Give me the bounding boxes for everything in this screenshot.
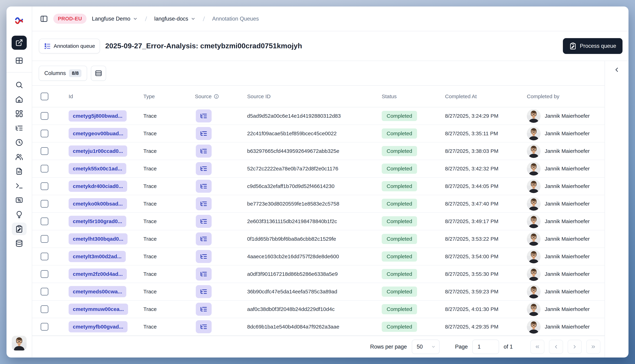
sidebar-item-playground[interactable]	[12, 179, 27, 192]
table-row[interactable]: cmetyl5r100grad0... Trace 2e603f31361115…	[32, 213, 604, 230]
row-id-chip[interactable]: cmetymeds00cwa...	[69, 286, 126, 297]
row-source-id: a0df3f901167218d86b5286e6338a5e9	[247, 271, 382, 277]
row-checkbox[interactable]	[41, 182, 48, 190]
trace-source-icon	[196, 144, 211, 158]
previous-page-button[interactable]	[549, 340, 563, 354]
row-id-chip[interactable]: cmetymmuw00cea...	[69, 304, 128, 315]
row-checkbox[interactable]	[41, 130, 48, 138]
table-row[interactable]: cmetylht300bqad0... Trace 0f1dd65b7bb9bf…	[32, 230, 604, 248]
row-id-chip[interactable]: cmetymyfb00gvad...	[69, 321, 128, 332]
status-badge: Completed	[382, 269, 417, 279]
avatar	[527, 267, 541, 281]
table-row[interactable]: cmetylt3m00d2ad... Trace 4aaece1603cb2e1…	[32, 248, 604, 266]
table-row[interactable]: cmetyg5j800bwad... Trace d5ad9d52a00c6e1…	[32, 107, 604, 125]
table-row[interactable]: cmetyju1r00ccad0... Trace b63297665cfd44…	[32, 142, 604, 160]
user-avatar[interactable]	[12, 336, 27, 350]
row-checkbox[interactable]	[41, 200, 48, 208]
row-source-id: d5ad9d52a00c6e14e1d4192880312d83	[247, 113, 382, 119]
status-badge: Completed	[382, 304, 417, 314]
row-id-chip[interactable]: cmetylht300bqad0...	[69, 233, 128, 244]
table-row[interactable]: cmetymeds00cwa... Trace 36b90cdfc47e5da1…	[32, 283, 604, 300]
sidebar-item-tracing[interactable]	[12, 122, 27, 134]
sidebar-item-search[interactable]	[12, 78, 27, 91]
table-row[interactable]: cmetyk55x00c1ad... Trace 52c72c2222ea78e…	[32, 160, 604, 178]
row-checkbox[interactable]	[41, 147, 48, 155]
row-checkbox[interactable]	[41, 112, 48, 120]
open-external-button[interactable]	[12, 36, 27, 50]
row-checkbox[interactable]	[41, 218, 48, 225]
app-window: PROD-EU Langfuse Demo langfuse-docs Anno…	[7, 6, 628, 358]
dashboard-icon	[15, 110, 23, 118]
table-view-button[interactable]	[12, 54, 27, 67]
row-id-chip[interactable]: cmetylt3m00d2ad...	[69, 251, 126, 262]
row-completed-at: 8/27/2025, 3:53:22 PM	[445, 236, 527, 242]
select-all-checkbox[interactable]	[41, 92, 48, 100]
first-page-button[interactable]	[530, 340, 544, 354]
sidebar-item-datasets[interactable]	[12, 237, 27, 250]
rows-icon	[95, 70, 102, 77]
collapse-panel-button[interactable]	[611, 64, 622, 75]
row-checkbox[interactable]	[41, 165, 48, 172]
table-row[interactable]: cmetykdr400ciad0... Trace c9d56ca32efaff…	[32, 178, 604, 195]
row-checkbox[interactable]	[41, 305, 48, 313]
row-height-button[interactable]	[91, 66, 106, 81]
row-completed-by: Jannik Maierhoefer	[545, 271, 590, 277]
table-row[interactable]: cmetyko0k00bsad... Trace be7723e30d80205…	[32, 195, 604, 213]
table-row[interactable]: cmetym2fz00d4ad... Trace a0df3f901167218…	[32, 266, 604, 283]
row-id-chip[interactable]: cmetykdr400ciad0...	[69, 180, 127, 192]
row-type: Trace	[143, 306, 195, 312]
avatar	[527, 285, 541, 298]
sidebar-toggle-button[interactable]	[40, 15, 48, 23]
breadcrumb-organization[interactable]: Langfuse Demo	[92, 16, 138, 22]
row-id-chip[interactable]: cmetygeov00buad...	[69, 128, 128, 139]
sidebar-item-evaluation[interactable]	[12, 194, 27, 206]
breadcrumb-page: Annotation Queues	[212, 16, 259, 22]
columns-button[interactable]: Columns 8/8	[39, 66, 87, 81]
process-queue-button[interactable]: Process queue	[563, 38, 622, 54]
table-row[interactable]: cmetygeov00buad... Trace 22c41f09acae5b1…	[32, 125, 604, 142]
row-checkbox[interactable]	[41, 270, 48, 278]
column-header-completed-at: Completed At	[445, 94, 527, 100]
row-source-id: 36b90cdfc47e5da14eefa5785c3a89ad	[247, 289, 382, 294]
queue-type-badge: Annotation queue	[39, 39, 100, 54]
page-input[interactable]	[472, 340, 499, 354]
row-id-chip[interactable]: cmetyg5j800bwad...	[69, 110, 127, 122]
sidebar-item-users[interactable]	[12, 150, 27, 163]
row-checkbox[interactable]	[41, 323, 48, 330]
rows-per-page-select[interactable]: 50	[412, 340, 440, 354]
sidebar-item-sessions[interactable]	[12, 136, 27, 149]
next-page-button[interactable]	[568, 340, 582, 354]
row-completed-by: Jannik Maierhoefer	[545, 289, 590, 294]
table-row[interactable]: cmetymmuw00cea... Trace aaf0c38db0f3f204…	[32, 300, 604, 318]
row-source-id: 0f1dd65b7bb9bf6ba8a6cbb82c1529fe	[247, 236, 382, 242]
row-completed-by: Jannik Maierhoefer	[545, 201, 590, 207]
row-checkbox[interactable]	[41, 252, 48, 260]
sidebar-item-insights[interactable]	[12, 208, 27, 221]
row-id-chip[interactable]: cmetyl5r100grad0...	[69, 216, 126, 227]
row-id-chip[interactable]: cmetyju1r00ccad0...	[69, 146, 127, 157]
sidebar-item-dashboards[interactable]	[12, 107, 27, 120]
row-id-chip[interactable]: cmetyko0k00bsad...	[69, 198, 127, 210]
clipboard-pen-icon	[569, 42, 577, 50]
row-id-chip[interactable]: cmetym2fz00d4ad...	[69, 268, 127, 280]
trace-source-icon	[196, 232, 211, 246]
row-checkbox[interactable]	[41, 235, 48, 243]
sidebar-item-prompts[interactable]	[12, 165, 27, 178]
column-header-id: Id	[57, 94, 143, 100]
status-badge: Completed	[382, 322, 417, 332]
list-tree-icon	[200, 112, 207, 120]
row-source-id: 22c41f09acae5b1ef859bcec45ce0022	[247, 130, 382, 136]
sidebar-item-annotation-queues[interactable]	[12, 222, 27, 235]
row-id-chip[interactable]: cmetyk55x00c1ad...	[69, 163, 126, 174]
last-page-button[interactable]	[586, 340, 600, 354]
breadcrumb-separator	[143, 15, 149, 22]
lightbulb-icon	[15, 210, 23, 218]
sidebar-item-home[interactable]	[12, 93, 27, 106]
breadcrumb-project[interactable]: langfuse-docs	[154, 16, 195, 22]
right-panel-rail	[604, 61, 628, 358]
row-type: Trace	[143, 183, 195, 189]
row-checkbox[interactable]	[41, 288, 48, 296]
table-toolbar: Columns 8/8	[32, 61, 604, 86]
chevron-right-icon	[572, 344, 577, 350]
table-row[interactable]: cmetymyfb00gvad... Trace 8dc69b1ba1e540b…	[32, 318, 604, 336]
